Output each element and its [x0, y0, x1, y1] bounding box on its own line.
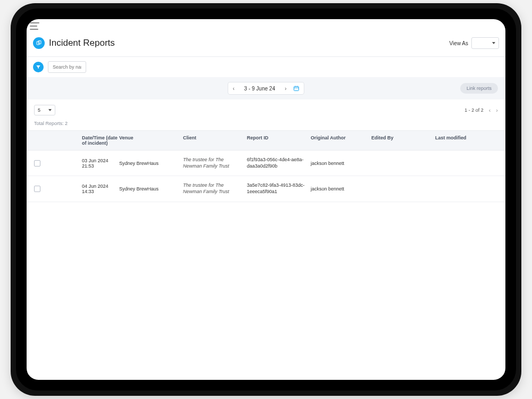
cell-datetime: 03 Jun 2024 21:53 [55, 158, 119, 169]
col-report-id: Report ID [247, 135, 311, 146]
cell-report-id: 3a5e7c82-9fa3-4913-83dc-1eeeca5f90a1 [247, 182, 311, 195]
search-input[interactable] [48, 61, 86, 73]
svg-rect-2 [294, 87, 298, 91]
col-last-modified: Last modified [435, 135, 498, 146]
date-bar: ‹ 3 - 9 June 24 › Link reports [27, 77, 505, 99]
menu-icon[interactable] [30, 22, 39, 30]
col-checkbox [34, 135, 55, 146]
cell-client: The trustee for The Newman Family Trust [183, 157, 247, 169]
screen: Incident Reports View As ‹ 3 - 9 June 24… [27, 19, 505, 380]
row-checkbox[interactable] [34, 160, 40, 167]
col-edited-by: Edited By [371, 135, 435, 146]
controls-row: 5 1 - 2 of 2 ‹ › [27, 99, 505, 118]
table-row[interactable]: 03 Jun 2024 21:53 Sydney BrewHaus The tr… [27, 151, 505, 176]
tablet-frame: Incident Reports View As ‹ 3 - 9 June 24… [11, 3, 521, 396]
total-reports-label: Total Reports: 2 [27, 118, 505, 130]
reports-table: Date/Time (date of incident) Venue Clien… [27, 130, 505, 202]
cell-original-author: jackson bennett [311, 161, 371, 166]
cell-report-id: 6f1f93a3-056c-4de4-ae8a-daa3a0d2f90b [247, 157, 311, 169]
tablet-bezel: Incident Reports View As ‹ 3 - 9 June 24… [16, 9, 516, 390]
date-range-label: 3 - 9 June 24 [240, 86, 279, 92]
col-client: Client [183, 135, 247, 146]
cell-datetime: 04 Jun 2024 14:33 [55, 184, 119, 194]
incident-reports-icon [33, 37, 45, 49]
table-header: Date/Time (date of incident) Venue Clien… [27, 130, 505, 151]
next-page-button[interactable]: › [496, 107, 498, 113]
cell-venue: Sydney BrewHaus [119, 161, 183, 166]
table-row[interactable]: 04 Jun 2024 14:33 Sydney BrewHaus The tr… [27, 176, 505, 202]
view-as-label: View As [450, 40, 468, 46]
page-header: Incident Reports View As [27, 33, 505, 57]
page-size-value: 5 [38, 107, 40, 113]
filter-button[interactable] [33, 62, 44, 72]
calendar-icon [293, 85, 300, 92]
pagination-text: 1 - 2 of 2 [464, 107, 484, 113]
table-body: 03 Jun 2024 21:53 Sydney BrewHaus The tr… [27, 151, 505, 202]
cell-client: The trustee for The Newman Family Trust [183, 182, 247, 195]
cell-original-author: jackson bennett [311, 186, 371, 192]
view-as-select[interactable] [471, 37, 499, 49]
chevron-down-icon [492, 42, 495, 44]
prev-page-button[interactable]: ‹ [489, 107, 491, 113]
row-checkbox[interactable] [34, 186, 40, 192]
pagination: 1 - 2 of 2 ‹ › [464, 107, 498, 113]
page-title: Incident Reports [49, 38, 450, 48]
col-datetime: Date/Time (date of incident) [55, 135, 119, 146]
filter-row [27, 57, 505, 77]
col-original-author: Original Author [311, 135, 371, 146]
calendar-button[interactable] [292, 84, 301, 93]
prev-week-button[interactable]: ‹ [231, 86, 235, 92]
topbar [27, 19, 505, 33]
link-reports-button[interactable]: Link reports [460, 83, 498, 94]
chevron-down-icon [48, 109, 52, 111]
next-week-button[interactable]: › [284, 86, 287, 92]
page-size-select[interactable]: 5 [34, 105, 55, 115]
filter-icon [36, 64, 41, 70]
col-venue: Venue [119, 135, 183, 146]
date-range-picker: ‹ 3 - 9 June 24 › [228, 82, 304, 95]
cell-venue: Sydney BrewHaus [119, 186, 183, 192]
